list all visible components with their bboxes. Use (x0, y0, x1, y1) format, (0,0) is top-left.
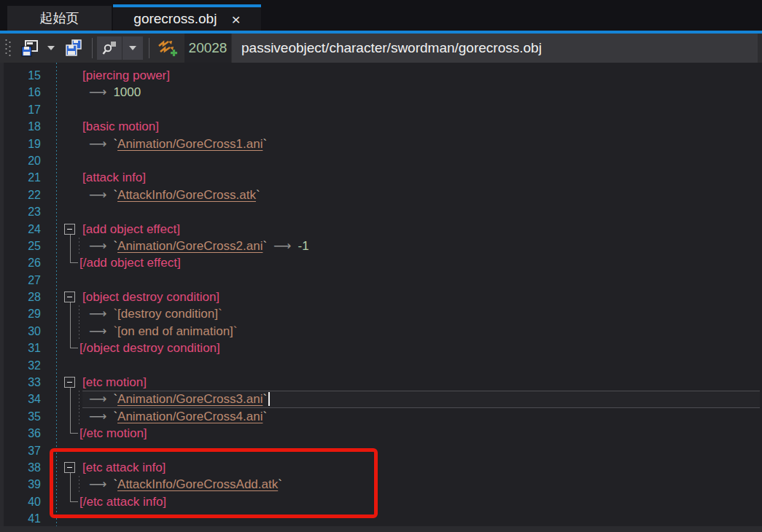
code-line-17[interactable]: 17 (0, 101, 762, 118)
fold-collapse-icon[interactable] (64, 462, 75, 473)
code-line-22[interactable]: 22⟶`AttackInfo/GoreCross.atk` (0, 187, 762, 203)
code-line-36[interactable]: 36[/etc motion] (0, 425, 762, 442)
file-reference-link[interactable]: AttackInfo/GoreCrossAdd.atk (117, 477, 278, 491)
save-icon (20, 39, 39, 58)
line-number: 39 (0, 476, 41, 493)
line-number: 40 (0, 493, 41, 510)
file-reference-link[interactable]: Animation/GoreCross2.ani (117, 239, 263, 253)
code-line-38[interactable]: 38[etc attack info] (0, 459, 762, 476)
add-trace-button[interactable] (154, 36, 180, 60)
maps-to-arrow-icon: ⟶ (89, 137, 106, 151)
line-number: 18 (0, 118, 41, 135)
code-editor[interactable]: 1415[piercing power]16⟶10001718[basic mo… (0, 63, 762, 526)
code-text: ⟶`[on end of animation]` (82, 323, 237, 340)
backtick: ` (256, 188, 260, 202)
file-reference-link[interactable]: Animation/GoreCross4.ani (117, 410, 263, 423)
file-path-field[interactable]: passiveobject/character/swordman/gorecro… (232, 34, 758, 63)
code-text: ⟶1000 (82, 84, 141, 101)
section-close-tag: [/add object effect] (79, 256, 181, 270)
code-line-26[interactable]: 26[/add object effect] (0, 254, 762, 271)
section-open-tag: [piercing power] (82, 69, 170, 82)
code-line-34[interactable]: 34⟶`Animation/GoreCross3.ani` (0, 391, 762, 407)
object-id-field[interactable]: 20028 (184, 34, 231, 63)
section-close-tag: [/etc attack info] (79, 495, 166, 509)
code-line-18[interactable]: 18[basic motion] (0, 118, 762, 135)
tab-start-page[interactable]: 起始页 (7, 6, 112, 31)
code-text: [attack info] (82, 169, 146, 186)
code-line-23[interactable]: 23 (0, 203, 762, 220)
fold-collapse-icon[interactable] (64, 377, 75, 388)
code-line-33[interactable]: 33[etc motion] (0, 374, 762, 391)
code-line-15[interactable]: 15[piercing power] (0, 67, 762, 84)
drag-handle-icon[interactable] (4, 39, 12, 58)
line-number: 35 (0, 408, 41, 425)
code-line-32[interactable]: 32 (0, 357, 762, 374)
code-line-37[interactable]: 37 (0, 442, 762, 459)
add-trace-icon (157, 39, 177, 58)
maps-to-arrow-icon: ⟶ (89, 410, 106, 423)
line-number: 41 (0, 510, 41, 526)
code-line-20[interactable]: 20 (0, 152, 762, 169)
numeric-value: 1000 (113, 85, 141, 99)
code-line-27[interactable]: 27 (0, 272, 762, 289)
code-line-19[interactable]: 19⟶`Animation/GoreCross1.ani` (0, 136, 762, 152)
save-all-button[interactable] (61, 36, 86, 60)
section-close-tag: [/object destroy condition] (79, 341, 220, 355)
code-line-21[interactable]: 21[attack info] (0, 169, 762, 186)
code-text: [add object effect] (82, 221, 180, 238)
fold-collapse-icon[interactable] (64, 292, 75, 302)
code-text: [basic motion] (82, 118, 159, 135)
code-line-16[interactable]: 16⟶1000 (0, 84, 762, 101)
code-line-35[interactable]: 35⟶`Animation/GoreCross4.ani` (0, 408, 762, 425)
code-line-28[interactable]: 28[object destroy condition] (0, 289, 762, 305)
save-dropdown-button[interactable] (44, 36, 58, 60)
code-line-25[interactable]: 25⟶`Animation/GoreCross2.ani`⟶-1 (0, 238, 762, 254)
maps-to-arrow-icon: ⟶ (89, 324, 106, 338)
dropdown-arrow-icon (47, 46, 55, 50)
maps-to-arrow-icon: ⟶ (89, 188, 106, 202)
maps-to-arrow-icon: ⟶ (273, 239, 291, 253)
close-icon[interactable]: × (231, 12, 240, 27)
fold-guide-corner (70, 254, 78, 263)
line-number: 27 (0, 272, 41, 289)
line-number: 30 (0, 323, 41, 340)
file-reference-link[interactable]: Animation/GoreCross1.ani (117, 137, 263, 151)
line-number: 23 (0, 203, 41, 220)
line-number: 26 (0, 254, 41, 271)
file-reference-link[interactable]: Animation/GoreCross3.ani (117, 392, 263, 406)
backtick: ` (263, 392, 267, 406)
toolbar: 20028 passiveobject/character/swordman/g… (0, 34, 762, 63)
line-number: 31 (0, 340, 41, 356)
tab-gorecross-obj[interactable]: gorecross.obj × (113, 4, 261, 31)
code-text: ⟶`Animation/GoreCross2.ani`⟶-1 (82, 238, 309, 254)
section-open-tag: [attack info] (82, 171, 146, 184)
fold-guide-line (70, 408, 71, 425)
file-reference-link[interactable]: AttackInfo/GoreCross.atk (117, 188, 256, 202)
search-dropdown-button[interactable] (123, 36, 143, 60)
fold-guide-corner (70, 425, 78, 434)
indent-guide-line (79, 305, 79, 322)
fold-guide-line (70, 476, 71, 493)
code-text: ⟶`AttackInfo/GoreCross.atk` (82, 187, 260, 203)
code-line-31[interactable]: 31[/object destroy condition] (0, 340, 762, 356)
code-line-30[interactable]: 30⟶`[on end of animation]` (0, 323, 762, 340)
save-all-icon (64, 39, 83, 58)
line-number: 37 (0, 442, 41, 459)
code-line-40[interactable]: 40[/etc attack info] (0, 493, 762, 510)
code-line-29[interactable]: 29⟶`[destroy condition]` (0, 305, 762, 322)
line-number: 34 (0, 391, 41, 407)
code-line-41[interactable]: 41 (0, 510, 762, 526)
code-line-39[interactable]: 39⟶`AttackInfo/GoreCrossAdd.atk` (0, 476, 762, 493)
line-number: 28 (0, 289, 41, 305)
code-text: ⟶`Animation/GoreCross4.ani` (82, 408, 267, 425)
code-line-24[interactable]: 24[add object effect] (0, 221, 762, 238)
code-text: [piercing power] (82, 67, 170, 84)
search-button[interactable] (97, 36, 122, 60)
indent-guide-line (79, 476, 79, 493)
save-button[interactable] (18, 36, 42, 60)
line-number: 38 (0, 459, 41, 476)
line-number: 22 (0, 187, 41, 203)
fold-collapse-icon[interactable] (64, 224, 75, 235)
string-value: `[destroy condition]` (113, 307, 222, 321)
search-icon (101, 39, 118, 57)
